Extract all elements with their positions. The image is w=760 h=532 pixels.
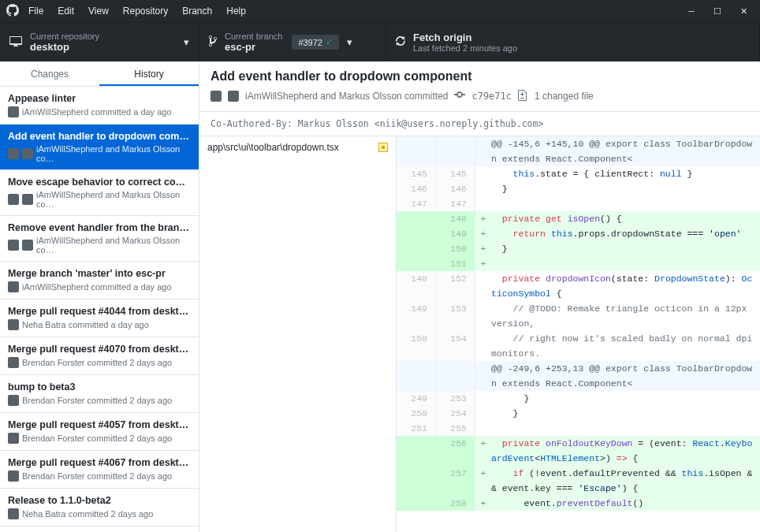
diff-line: 151+ [397, 256, 760, 271]
avatar [22, 148, 33, 159]
diff-line: 257+ if (!event.defaultPrevented && this… [397, 466, 760, 496]
commit-item-title: Merge pull request #4057 from desktop/… [8, 419, 191, 430]
menu-item-file[interactable]: File [28, 6, 43, 17]
file-path: app\src\ui\toolbar\dropdown.tsx [207, 142, 339, 153]
commit-item-meta: Neha Batra committed a day ago [8, 319, 191, 330]
avatar [8, 106, 19, 117]
diff-line: 149153 // @TODO: Remake triangle octicon… [397, 301, 760, 331]
close-button[interactable]: ✕ [740, 6, 747, 17]
diff-line: 249253 } [397, 391, 760, 406]
avatar [210, 91, 222, 102]
repo-name: desktop [30, 41, 99, 53]
commit-item-meta: iAmWillShepherd committed a day ago [8, 281, 191, 292]
commit-item-meta: Brendan Forster committed 2 days ago [8, 395, 191, 406]
branch-name: esc-pr [225, 41, 282, 53]
toolbar: Current repository desktop ▾ Current bra… [0, 22, 760, 61]
files-changed-label: 1 changed file [535, 91, 594, 102]
avatar [8, 357, 19, 368]
avatar [8, 508, 19, 519]
commit-item-title: bump to beta3 [8, 381, 191, 392]
pr-number: #3972 [298, 38, 322, 47]
menu-item-edit[interactable]: Edit [58, 6, 74, 17]
commit-header-meta: iAmWillShepherd and Markus Olsson commit… [210, 88, 749, 103]
diff-line: @@ -145,6 +145,10 @@ export class Toolba… [397, 136, 760, 166]
computer-icon [9, 35, 22, 50]
commit-item-title: Appease linter [8, 93, 191, 104]
commit-item-meta: Brendan Forster committed 2 days ago [8, 357, 191, 368]
commit-description: Co-Authored-By: Markus Olsson <niik@user… [199, 111, 760, 136]
chevron-down-icon: ▾ [347, 36, 352, 48]
avatar [8, 471, 19, 482]
avatar [22, 240, 33, 251]
commit-item[interactable]: Appease linteriAmWillShepherd committed … [0, 87, 199, 125]
commit-detail: Add event handler to dropdown component … [199, 61, 760, 532]
commit-item[interactable]: Move escape behavior to correct compo…iA… [0, 170, 199, 216]
chevron-down-icon: ▾ [184, 36, 189, 48]
minimize-button[interactable]: ─ [688, 6, 695, 16]
commit-item[interactable]: bump to beta3Brendan Forster committed 2… [0, 375, 199, 413]
repository-dropdown[interactable]: Current repository desktop ▾ [0, 23, 199, 61]
diff-line: 148152 private dropdownIcon(state: Dropd… [397, 271, 760, 301]
commit-icon [454, 88, 465, 103]
diff-line: 150+ } [397, 241, 760, 256]
menu-item-help[interactable]: Help [226, 6, 246, 17]
diff-line: 148+ private get isOpen() { [397, 211, 760, 226]
file-list: app\src\ui\toolbar\dropdown.tsx [199, 136, 397, 532]
tab-history[interactable]: History [99, 61, 199, 86]
commit-item-title: Release to 1.1.0-beta2 [8, 495, 191, 506]
commit-item-meta: Brendan Forster committed 2 days ago [8, 433, 191, 444]
menu-bar: FileEditViewRepositoryBranchHelp [28, 6, 246, 17]
menu-item-branch[interactable]: Branch [182, 6, 212, 17]
fetch-status: Last fetched 2 minutes ago [413, 43, 517, 53]
commit-item[interactable]: Merge pull request #4070 from desktop/…B… [0, 337, 199, 375]
commit-title: Add event handler to dropdown component [210, 69, 749, 84]
sidebar: Changes History Appease linteriAmWillShe… [0, 61, 199, 532]
commit-item-title: Move escape behavior to correct compo… [8, 177, 191, 188]
titlebar: FileEditViewRepositoryBranchHelp ─ ☐ ✕ [0, 0, 760, 22]
diff-icon [518, 88, 528, 103]
diff-view[interactable]: @@ -145,6 +145,10 @@ export class Toolba… [397, 136, 760, 532]
commit-list[interactable]: Appease linteriAmWillShepherd committed … [0, 87, 199, 532]
commit-item-meta: iAmWillShepherd and Markus Olsson co… [8, 144, 191, 163]
diff-line: 256+ private onFoldoutKeyDown = (event: … [397, 436, 760, 466]
menu-item-repository[interactable]: Repository [123, 6, 168, 17]
commit-item[interactable]: Release to 1.1.0-beta2Neha Batra committ… [0, 489, 199, 526]
commit-item[interactable]: Merge pull request #4067 from desktop/…B… [0, 451, 199, 489]
commit-item-title: Merge pull request #4070 from desktop/… [8, 344, 191, 355]
file-item[interactable]: app\src\ui\toolbar\dropdown.tsx [199, 136, 396, 158]
fetch-button[interactable]: Fetch origin Last fetched 2 minutes ago [386, 23, 760, 61]
commit-item[interactable]: Merge pull request #4057 from desktop/…B… [0, 413, 199, 451]
avatar [8, 148, 19, 159]
commit-item-title: Add event handler to dropdown compon… [8, 131, 191, 142]
file-area: app\src\ui\toolbar\dropdown.tsx @@ -145,… [199, 136, 760, 532]
menu-item-view[interactable]: View [88, 6, 109, 17]
branch-icon [209, 35, 217, 50]
pr-badge: #3972 ✓ [292, 35, 339, 50]
commit-item-meta: iAmWillShepherd and Markus Olsson co… [8, 236, 191, 255]
branch-dropdown[interactable]: Current branch esc-pr #3972 ✓ ▾ [199, 23, 386, 61]
commit-item[interactable]: Merge branch 'master' into esc-priAmWill… [0, 262, 199, 299]
file-modified-icon [378, 143, 388, 152]
commit-item-meta: iAmWillShepherd and Markus Olsson co… [8, 190, 191, 209]
avatar [8, 395, 19, 406]
diff-line: 251255 [397, 421, 760, 436]
commit-item[interactable]: Remove event handler from the branches…i… [0, 216, 199, 262]
tab-changes[interactable]: Changes [0, 61, 99, 86]
commit-item-title: Merge branch 'master' into esc-pr [8, 268, 191, 279]
commit-item-title: Merge pull request #4044 from desktop/… [8, 306, 191, 317]
avatar [8, 281, 19, 292]
check-icon: ✓ [326, 37, 333, 47]
commit-sha[interactable]: c79e71c [471, 91, 512, 102]
diff-line: 145145 this.state = { clientRect: null } [397, 166, 760, 181]
commit-item[interactable]: Merge pull request #4044 from desktop/…N… [0, 299, 199, 337]
commit-header: Add event handler to dropdown component … [199, 61, 760, 111]
commit-item-meta: Neha Batra committed 2 days ago [8, 508, 191, 519]
diff-line: 250254 } [397, 406, 760, 421]
content: Changes History Appease linteriAmWillShe… [0, 61, 760, 532]
maximize-button[interactable]: ☐ [713, 6, 721, 17]
github-logo-icon [6, 4, 19, 19]
avatar [22, 194, 33, 205]
fetch-label: Fetch origin [413, 32, 517, 43]
commit-item[interactable]: Add event handler to dropdown compon…iAm… [0, 125, 199, 170]
diff-line: 150154 // right now it's scaled badly on… [397, 331, 760, 361]
